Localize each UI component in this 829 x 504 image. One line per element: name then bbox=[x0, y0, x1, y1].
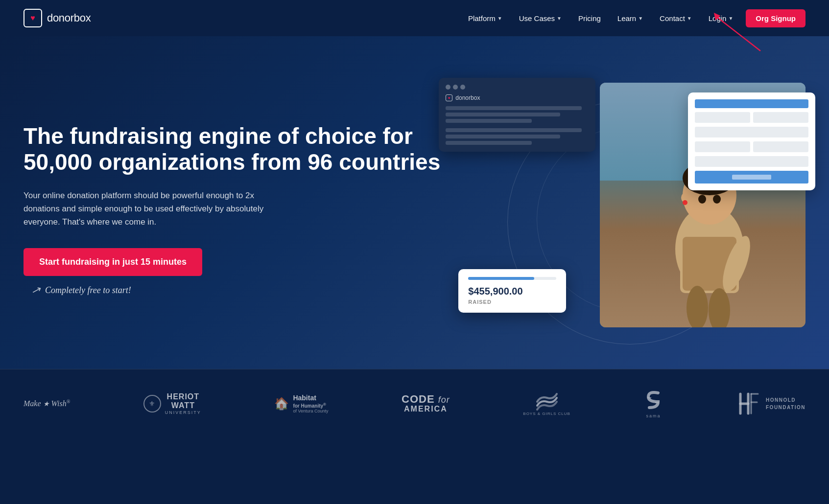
dashboard-mockup: ♥ donorbox bbox=[439, 78, 595, 152]
amount-raised-label: RAISED bbox=[468, 299, 556, 305]
code-for-america-text: CODE for AMERICA bbox=[402, 394, 450, 413]
nav-item-platform[interactable]: Platform ▼ bbox=[461, 10, 509, 26]
dashboard-dots bbox=[446, 85, 589, 90]
cta-group: Start fundraising in just 15 minutes ↗ C… bbox=[24, 248, 453, 297]
logo[interactable]: donorbox bbox=[24, 9, 91, 27]
form-field-4 bbox=[753, 141, 808, 152]
form-row-2 bbox=[695, 127, 808, 137]
amount-card: $455,900.00 RAISED bbox=[458, 269, 566, 313]
nav-login-label: Login bbox=[709, 14, 727, 23]
svg-point-8 bbox=[713, 195, 721, 204]
nav-platform-label: Platform bbox=[468, 14, 496, 23]
habitat-text-group: Habitat for Humanity® of Ventura County bbox=[293, 394, 328, 413]
svg-point-7 bbox=[698, 195, 706, 204]
honnold-text: HONNOLD FOUNDATION bbox=[766, 396, 805, 411]
nav-links: Platform ▼ Use Cases ▼ Pricing Learn ▼ C… bbox=[461, 9, 805, 27]
dot-green bbox=[460, 85, 465, 90]
nav-item-contact[interactable]: Contact ▼ bbox=[653, 10, 699, 26]
form-row-header bbox=[695, 99, 808, 108]
nav-item-use-cases[interactable]: Use Cases ▼ bbox=[512, 10, 568, 26]
sama-s-icon bbox=[643, 389, 663, 413]
logo-text: donorbox bbox=[47, 12, 91, 24]
dashboard-rows bbox=[446, 106, 589, 145]
hero-right: ♥ donorbox SCHO bbox=[453, 68, 805, 352]
dashboard-row-3 bbox=[446, 119, 531, 123]
dashboard-logo-area: ♥ donorbox bbox=[446, 94, 589, 101]
progress-bar-fill bbox=[468, 277, 534, 280]
cta-note: ↗ Completely free to start! bbox=[31, 284, 131, 297]
form-field-2 bbox=[753, 112, 808, 123]
dashboard-row-4 bbox=[446, 128, 581, 132]
hero-left: The fundraising engine of choice for 50,… bbox=[24, 123, 453, 297]
logos-row: Make ★ Wish® ⚜ HERIOT WATT UNIVERSITY 🏠 … bbox=[24, 389, 805, 418]
form-field-1 bbox=[695, 112, 750, 123]
nav-use-cases-chevron: ▼ bbox=[557, 16, 562, 21]
make-a-wish-text: Make ★ Wish® bbox=[24, 399, 70, 408]
hero-section: The fundraising engine of choice for 50,… bbox=[0, 36, 829, 369]
boys-girls-text: BOYS & GIRLS CLUB bbox=[523, 412, 570, 416]
dashboard-row-5 bbox=[446, 135, 560, 138]
dot-red bbox=[446, 85, 450, 90]
progress-bar-bg bbox=[468, 277, 556, 280]
navbar: donorbox Platform ▼ Use Cases ▼ Pricing … bbox=[0, 0, 829, 36]
amount-raised-value: $455,900.00 bbox=[468, 286, 556, 297]
habitat-icon: 🏠 bbox=[274, 397, 289, 411]
sama-label: sama bbox=[643, 413, 663, 418]
heriot-watt-text: HERIOT WATT UNIVERSITY bbox=[165, 392, 201, 414]
honnold-hf-icon bbox=[736, 391, 761, 416]
org-signup-button[interactable]: Org Signup bbox=[746, 9, 805, 27]
boys-girls-svg bbox=[535, 391, 559, 411]
nav-platform-chevron: ▼ bbox=[497, 16, 502, 21]
logo-honnold: HONNOLD FOUNDATION bbox=[736, 391, 805, 416]
nav-login-chevron: ▼ bbox=[728, 16, 733, 21]
dot-yellow bbox=[453, 85, 458, 90]
svg-point-13 bbox=[709, 288, 730, 327]
form-row-3 bbox=[695, 156, 808, 167]
cta-note-text: Completely free to start! bbox=[45, 285, 131, 296]
svg-point-10 bbox=[683, 200, 687, 205]
nav-learn-label: Learn bbox=[617, 14, 636, 23]
logo-boys-girls-club: BOYS & GIRLS CLUB bbox=[523, 391, 570, 416]
nav-contact-label: Contact bbox=[660, 14, 685, 23]
boys-girls-icon: BOYS & GIRLS CLUB bbox=[523, 391, 570, 416]
logo-sama: sama bbox=[643, 389, 663, 418]
dashboard-logo-text: donorbox bbox=[455, 94, 480, 101]
form-submit-btn[interactable] bbox=[695, 171, 808, 183]
nav-contact-chevron: ▼ bbox=[687, 16, 692, 21]
sama-text-group: sama bbox=[643, 389, 663, 418]
cta-button[interactable]: Start fundraising in just 15 minutes bbox=[24, 248, 202, 276]
nav-item-login[interactable]: Login ▼ bbox=[702, 10, 740, 26]
form-field-3 bbox=[695, 141, 750, 152]
dashboard-row-1 bbox=[446, 106, 581, 110]
form-row-group-1 bbox=[695, 112, 808, 123]
form-mockup bbox=[688, 92, 815, 190]
logo-code-america: CODE for AMERICA bbox=[402, 394, 450, 413]
nav-use-cases-label: Use Cases bbox=[519, 14, 555, 23]
logo-icon bbox=[24, 9, 42, 27]
cta-arrow-icon: ↗ bbox=[30, 283, 41, 298]
hero-title: The fundraising engine of choice for 50,… bbox=[24, 123, 453, 175]
nav-item-learn[interactable]: Learn ▼ bbox=[611, 10, 650, 26]
dashboard-row-2 bbox=[446, 113, 560, 116]
logo-habitat: 🏠 Habitat for Humanity® of Ventura Count… bbox=[274, 394, 328, 413]
hero-subtitle: Your online donation platform should be … bbox=[24, 189, 278, 229]
nav-learn-chevron: ▼ bbox=[638, 16, 643, 21]
logo-make-a-wish: Make ★ Wish® bbox=[24, 399, 70, 408]
nav-pricing-label: Pricing bbox=[578, 14, 601, 23]
nav-item-pricing[interactable]: Pricing bbox=[571, 10, 608, 26]
logos-section: Make ★ Wish® ⚜ HERIOT WATT UNIVERSITY 🏠 … bbox=[0, 369, 829, 438]
habitat-sub1: for Humanity® bbox=[293, 402, 328, 409]
heriot-crest-icon: ⚜ bbox=[143, 395, 161, 412]
form-row-group-2 bbox=[695, 141, 808, 152]
habitat-name: Habitat bbox=[293, 394, 328, 402]
logo-heriot-watt: ⚜ HERIOT WATT UNIVERSITY bbox=[143, 392, 201, 414]
habitat-sub2: of Ventura County bbox=[293, 409, 328, 413]
dashboard-row-6 bbox=[446, 141, 531, 145]
